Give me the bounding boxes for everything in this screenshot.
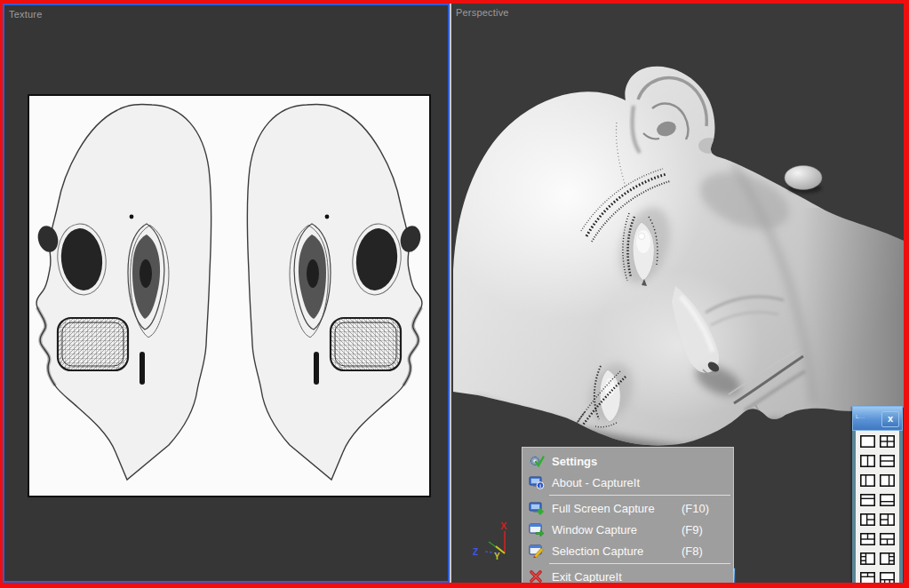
layout-2cols-right-narrow[interactable] bbox=[879, 473, 896, 488]
menu-item-label: About - CaptureIt bbox=[552, 476, 682, 489]
exit-red-x-icon bbox=[529, 569, 545, 584]
close-icon[interactable]: x bbox=[881, 411, 899, 427]
menu-item-settings[interactable]: Settings bbox=[522, 450, 733, 472]
menu-item-window-capture[interactable]: Window Capture (F9) bbox=[522, 519, 733, 540]
window-capture-icon bbox=[529, 522, 545, 536]
layout-right-col-left-2[interactable] bbox=[879, 513, 896, 527]
layout-top-2-bottom-big[interactable] bbox=[859, 571, 876, 583]
axis-z-label: Z bbox=[473, 547, 478, 557]
capture-frame-left bbox=[0, 0, 3, 588]
menu-item-shortcut: (F10) bbox=[682, 502, 733, 515]
menu-item-shortcut: (F9) bbox=[682, 523, 733, 536]
layout-2rows-bottom-narrow[interactable] bbox=[879, 493, 896, 507]
menu-separator bbox=[549, 563, 730, 564]
axis-x-label: X bbox=[500, 520, 507, 531]
menu-item-selection-capture[interactable]: Selection Capture (F8) bbox=[522, 540, 733, 561]
settings-gear-check-icon bbox=[529, 454, 545, 468]
palette-body bbox=[852, 431, 903, 583]
layout-top-1-bottom-2[interactable] bbox=[879, 532, 896, 546]
about-monitor-info-icon: i bbox=[529, 475, 545, 489]
viewport-divider[interactable] bbox=[450, 4, 451, 583]
menu-item-label: Full Screen Capture bbox=[552, 502, 682, 515]
menu-item-label: Selection Capture bbox=[552, 544, 682, 558]
palette-title: L... bbox=[856, 414, 879, 419]
layout-2rows[interactable] bbox=[879, 454, 896, 468]
layout-left-col-right-2[interactable] bbox=[859, 513, 876, 527]
floating-ellipsoid bbox=[785, 166, 822, 195]
layout-bottom-3-top-big[interactable] bbox=[879, 571, 896, 583]
layout-single[interactable] bbox=[859, 434, 876, 449]
menu-item-label: Exit CaptureIt bbox=[552, 570, 682, 584]
world-axis-gizmo: X Y Z bbox=[464, 510, 517, 563]
menu-item-full-screen-capture[interactable]: Full Screen Capture (F10) bbox=[522, 497, 733, 519]
layout-2cols-left-narrow[interactable] bbox=[859, 473, 876, 488]
axis-y-label: Y bbox=[494, 552, 500, 561]
menu-item-shortcut: (F8) bbox=[682, 544, 733, 558]
layout-2cols[interactable] bbox=[859, 454, 876, 468]
viewport-label-texture: Texture bbox=[9, 9, 42, 20]
capture-frame-right bbox=[904, 0, 909, 588]
wireframe-heads-drawing bbox=[29, 96, 429, 496]
menu-item-label: Window Capture bbox=[552, 523, 682, 536]
menu-item-label: Settings bbox=[552, 455, 682, 468]
layout-2x2[interactable] bbox=[879, 434, 896, 449]
layout-palette-window: L... x bbox=[852, 406, 903, 583]
menu-separator bbox=[549, 495, 730, 496]
uv-texture-canvas[interactable] bbox=[28, 94, 431, 497]
capture-frame-top bbox=[0, 0, 909, 4]
menu-item-about[interactable]: i About - CaptureIt bbox=[522, 472, 733, 493]
layout-left-1-right-3[interactable] bbox=[879, 552, 896, 566]
texture-viewport[interactable]: Texture bbox=[3, 4, 450, 583]
layout-left-3-right-1[interactable] bbox=[859, 552, 876, 566]
palette-titlebar[interactable]: L... x bbox=[852, 406, 903, 431]
layout-2rows-top-narrow[interactable] bbox=[859, 493, 876, 507]
layout-top-2-bottom-1[interactable] bbox=[859, 532, 876, 546]
application-window: Texture bbox=[0, 0, 909, 588]
captureit-context-menu: Settings i About - CaptureIt Ful bbox=[522, 447, 734, 588]
capture-frame-bottom bbox=[0, 583, 909, 588]
viewport-label-perspective: Perspective bbox=[456, 7, 509, 18]
selection-capture-icon bbox=[529, 544, 545, 558]
fullscreen-capture-icon bbox=[529, 501, 545, 515]
